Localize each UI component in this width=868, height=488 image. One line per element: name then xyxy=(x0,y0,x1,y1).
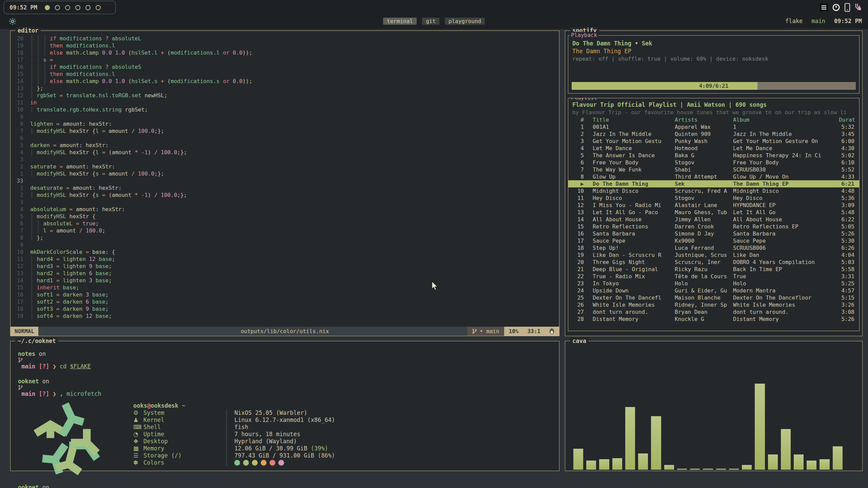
playlist-row[interactable]: 8Glow UpThird AttemptGlow Up / Move On4:… xyxy=(568,173,859,180)
playlist-row[interactable]: 20Three Gigs NightScruscru, InerDOBRO 4 … xyxy=(568,259,859,266)
code-line[interactable]: 13│ }; xyxy=(11,85,558,92)
playlist-row[interactable]: 6Free Your BodyStogovFree Your Body6:10 xyxy=(568,159,859,166)
workspace-dot-empty[interactable] xyxy=(96,5,101,10)
code-line[interactable]: 9 xyxy=(11,113,558,120)
phone-icon[interactable] xyxy=(844,3,850,12)
playlist-row-current[interactable]: ▶Do The Damn ThingSekThe Damn Thing EP6:… xyxy=(568,180,859,187)
playlist-row[interactable]: 28Distant MemoryKnuckle GDistant Memory5… xyxy=(568,316,859,323)
code-line[interactable]: 17│ │ s = xyxy=(11,56,558,63)
flake-gear-icon[interactable] xyxy=(8,17,17,26)
tag-terminal[interactable]: terminal xyxy=(383,18,417,25)
claw-icon[interactable] xyxy=(854,3,863,12)
code-line[interactable]: 9 xyxy=(11,241,558,248)
line-number: 18 xyxy=(11,305,30,312)
code-line[interactable]: 17│ soft2 = darken 6 base; xyxy=(11,298,558,305)
cava-bar xyxy=(716,469,726,470)
cava-bar xyxy=(755,384,765,470)
code-line[interactable]: 20│ │ │ if modifications ? absoluteL xyxy=(11,35,558,42)
code-line[interactable]: 18│ soft3 = darken 9 base; xyxy=(11,305,558,312)
playlist-row[interactable]: 7The Way We FunkShabiSCRUUSB0305:52 xyxy=(568,166,859,173)
workspace-dot-empty[interactable] xyxy=(85,5,91,10)
code-line[interactable]: 1│ modifyHSL hexStr {s = amount / 100.0;… xyxy=(11,170,558,177)
code-line[interactable]: 14│ │ │ else math.clamp 0.0 1.0 (hslSet.… xyxy=(11,78,558,85)
code-line[interactable]: 19│ │ │ then modifications.l xyxy=(11,42,558,49)
playlist-row[interactable]: 4Let Me DanceHotmoodLet Me Dance4:30 xyxy=(568,145,859,152)
code-line[interactable]: 1desaturate = amount: hexStr: xyxy=(11,184,558,191)
line-number: 19 xyxy=(11,312,30,320)
tag-git[interactable]: git xyxy=(422,18,439,25)
playlist-row[interactable]: 17Sauce PepeKx9000Sauce Pepe5:30 xyxy=(568,237,859,244)
code-line[interactable]: 3 xyxy=(11,156,558,163)
code-line[interactable]: 2│ modifyHSL hexStr {s = (amount * -1) /… xyxy=(11,191,558,199)
cava-bar xyxy=(742,465,752,470)
tag-playground[interactable]: playground xyxy=(445,18,485,25)
playlist-row[interactable]: 19Like Dan - Scruscru RJustnique, ScrusL… xyxy=(568,251,859,259)
playlist-row[interactable]: 23In TokyoHoloHolo5:25 xyxy=(568,280,859,287)
power-icon[interactable] xyxy=(832,3,840,12)
shell-prompt-line[interactable]: ooknet on main [?] ❯ xyxy=(18,484,559,488)
code-line[interactable]: 2saturate = amount: hexStr: xyxy=(11,163,558,170)
playback-progress-bar[interactable]: 4:09/6:21 xyxy=(572,82,856,90)
line-number: 6 xyxy=(11,220,30,227)
workspace-dot-active[interactable] xyxy=(45,5,50,10)
playlist-row[interactable]: 26White Isle MemoriesRidney, Inner SpWhi… xyxy=(568,301,859,308)
playlist-row[interactable]: 21Deep Blue - OriginalRicky RazuBack In … xyxy=(568,266,859,273)
code-line[interactable]: 10│ translate.rgb.toHex.string rgbSet; xyxy=(11,106,558,113)
playlist-row[interactable]: 11Hey DiscoStogovHey Disco5:36 xyxy=(568,195,859,202)
playlist-row[interactable]: 12I Miss You - Radio MiAlastair LaneHYPN… xyxy=(568,202,859,209)
line-number: 17 xyxy=(11,56,30,63)
playlist-row[interactable]: 15Retro ReflectionsDarren CrookRetro Ref… xyxy=(568,223,859,230)
workspace-dot-empty[interactable] xyxy=(55,5,60,10)
code-line[interactable]: 8│ }; xyxy=(11,234,558,241)
color-dot xyxy=(252,460,258,466)
code-line[interactable]: 10mkDarkColorScale = base: { xyxy=(11,248,558,256)
code-line[interactable]: 11in xyxy=(11,99,558,106)
workspace-dot-empty[interactable] xyxy=(75,5,80,10)
code-line[interactable]: 4│ modifyHSL hexStr {l = (amount * -1) /… xyxy=(11,149,558,156)
playlist-row[interactable]: 24Upside DownGuri & Eider, GuModern Mant… xyxy=(568,287,859,294)
code-line[interactable]: 15│ inherit base; xyxy=(11,284,558,291)
playlist-row[interactable]: 1001A1Apparel Wax15:32 xyxy=(568,123,859,130)
code-line[interactable]: 19│ soft4 = darken 12 base; xyxy=(11,312,558,320)
code-line[interactable]: 7│ │ l = amount / 100.0; xyxy=(11,227,558,234)
code-line[interactable]: 18│ │ │ else math.clamp 0.0 1.0 (hslSet.… xyxy=(11,49,558,56)
code-line[interactable]: 11│ hard4 = lighten 12 base; xyxy=(11,256,558,263)
playlist-row[interactable]: 13Let It All Go - PacoMauro Ghess, TubLe… xyxy=(568,209,859,216)
line-number: 5 xyxy=(11,142,30,149)
code-line[interactable]: 6 xyxy=(11,135,558,142)
code-line[interactable]: 8lighten = amount: hexStr: xyxy=(11,120,558,127)
playlist-row[interactable]: 25Dexter On The DanceflMaison BlancheDex… xyxy=(568,294,859,301)
app-grid-icon[interactable] xyxy=(820,3,828,12)
clock-icon: ◔ xyxy=(133,431,143,438)
code-line[interactable]: 16│ soft1 = darken 3 base; xyxy=(11,291,558,298)
code-line[interactable]: 6│ │ absoluteL = true; xyxy=(11,220,558,227)
playlist-row[interactable]: 2Jazz In The MiddleQuinten 909Jazz In Th… xyxy=(568,130,859,138)
code-area[interactable]: 20│ │ │ if modifications ? absoluteL19│ … xyxy=(11,35,558,326)
playlist-row[interactable]: 14All About HouseJimmy AllenAll About Ho… xyxy=(568,216,859,223)
code-line[interactable]: 13│ hard2 = lighten 6 base; xyxy=(11,270,558,277)
playlist-row[interactable]: 5The Answer Is DanceBaka GHappiness Ther… xyxy=(568,152,859,159)
code-line[interactable]: 5darken = amount: hexStr: xyxy=(11,142,558,149)
code-line[interactable]: 14│ hard1 = lighten 3 base; xyxy=(11,277,558,284)
playlist-row[interactable]: 27dont turn around.Bryan Deandont turn a… xyxy=(568,308,859,316)
terminal-window[interactable]: ~/.c/ooknet notes on main [?] ❯ cd $FLAK… xyxy=(10,341,559,471)
memory-icon: ▦ xyxy=(133,445,143,452)
code-line[interactable]: 12│ hard3 = lighten 9 base; xyxy=(11,263,558,270)
code-line[interactable]: 12│ rgbSet = translate.hsl.toRGB.set new… xyxy=(11,92,558,99)
code-line[interactable]: 5│ modifyHSL hexStr { xyxy=(11,213,558,220)
line-number: 18 xyxy=(11,49,30,56)
code-line[interactable]: 33 xyxy=(11,177,558,184)
workspace-dot-occupied[interactable] xyxy=(65,5,70,10)
desktop-icon: ❖ xyxy=(133,438,143,445)
code-line[interactable]: 4absoluteLum = amount: hexStr: xyxy=(11,206,558,213)
code-line[interactable]: 15│ │ │ then modifications.l xyxy=(11,70,558,78)
code-line[interactable]: 3 xyxy=(11,199,558,206)
code-line[interactable]: 7│ modifyHSL hexStr {l = amount / 100.0;… xyxy=(11,127,558,135)
editor-window-title: editor xyxy=(15,27,41,34)
playlist-row[interactable]: 22True - Radio MixTête de la CoursTrue3:… xyxy=(568,273,859,280)
playlist-row[interactable]: 10Midnight DiscoScruscru, Fred AMidnight… xyxy=(568,187,859,195)
playlist-row[interactable]: 3Get Your Motion GestuPunky WashGet Your… xyxy=(568,138,859,145)
playlist-row[interactable]: 18Step Up!Luca FerrandSCRUUSB0066:26 xyxy=(568,244,859,251)
code-line[interactable]: 16│ │ │ if modifications ? absoluteS xyxy=(11,63,558,70)
playlist-row[interactable]: 16Santa BarbaraSimone D JaySanta Barbara… xyxy=(568,230,859,237)
